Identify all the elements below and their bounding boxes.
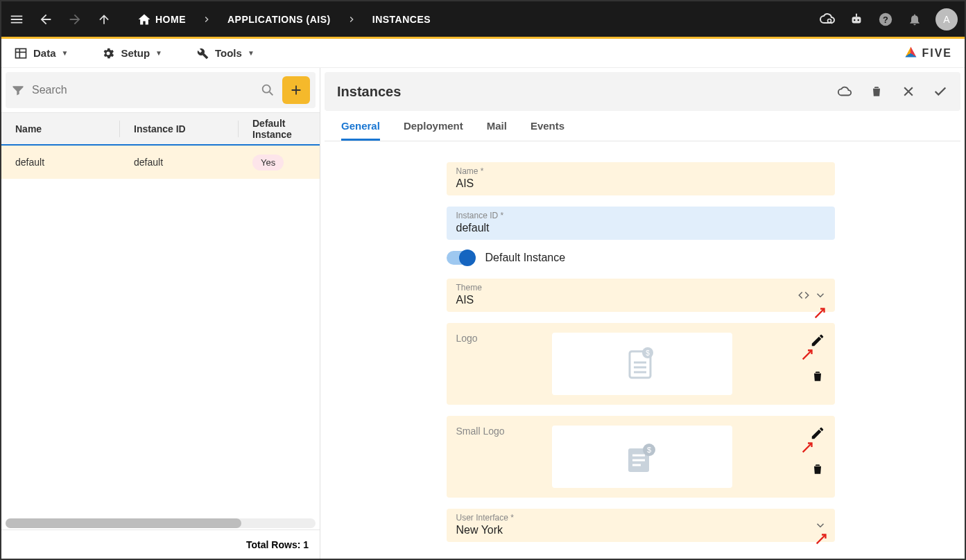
cell-name: default [15, 157, 119, 168]
chevron-right-icon [201, 14, 212, 25]
search-input[interactable] [32, 84, 253, 96]
avatar[interactable]: A [935, 8, 958, 30]
caret-down-icon: ▼ [155, 49, 162, 57]
field-id-value: default [456, 222, 825, 234]
horizontal-scrollbar[interactable] [6, 518, 316, 528]
yes-badge: Yes [252, 155, 284, 170]
search-row [6, 72, 316, 108]
annotation-arrow [813, 305, 828, 320]
up-icon[interactable] [96, 11, 112, 28]
toolbar-tools[interactable]: Tools ▼ [196, 46, 255, 60]
right-pane: Instances General Deployment Mail E [320, 68, 965, 559]
caret-down-icon: ▼ [62, 49, 69, 57]
toolbar-data[interactable]: Data ▼ [14, 46, 68, 60]
code-icon[interactable] [797, 289, 810, 301]
svg-rect-2 [852, 17, 861, 23]
field-theme-value: AIS [456, 294, 793, 306]
chevron-down-icon[interactable] [814, 289, 827, 301]
field-user-interface[interactable]: User Interface * New York [447, 509, 835, 542]
toggle-row-default-instance: Default Instance [447, 251, 835, 265]
trash-icon[interactable] [869, 84, 884, 99]
add-button[interactable] [282, 76, 310, 104]
trash-icon[interactable] [810, 462, 825, 477]
bell-icon[interactable] [906, 11, 923, 28]
col-divider [119, 121, 120, 137]
brand-label: FIVE [922, 47, 952, 60]
default-instance-toggle[interactable] [447, 251, 474, 265]
cell-default: Yes [252, 157, 306, 168]
back-icon[interactable] [37, 11, 54, 28]
panel-actions [837, 84, 948, 99]
toolbar-setup[interactable]: Setup ▼ [101, 46, 162, 60]
form-scroll[interactable]: Name * AIS Instance ID * default Default… [320, 141, 960, 559]
col-instance-id[interactable]: Instance ID [134, 123, 238, 134]
total-rows-label: Total Rows: 1 [246, 539, 309, 550]
main-split: Name Instance ID Default Instance defaul… [1, 68, 965, 559]
menu-icon[interactable] [8, 11, 25, 28]
field-small-logo: Small Logo $ [447, 416, 835, 498]
filter-icon[interactable] [11, 83, 25, 97]
toolbar-data-label: Data [33, 47, 56, 59]
check-icon[interactable] [933, 84, 948, 99]
field-name-value: AIS [456, 177, 825, 190]
toolbar-tools-label: Tools [215, 47, 242, 59]
field-ui-label: User Interface * [456, 513, 807, 523]
field-instance-id[interactable]: Instance ID * default [447, 207, 835, 240]
crumb-instances-label: INSTANCES [372, 14, 431, 25]
top-bar: HOME APPLICATIONS (AIS) INSTANCES ? [1, 1, 965, 39]
cell-id: default [134, 157, 238, 168]
col-name[interactable]: Name [15, 123, 119, 134]
svg-line-13 [270, 92, 273, 96]
svg-point-3 [854, 19, 856, 21]
crumb-home[interactable]: HOME [137, 12, 186, 26]
tab-events[interactable]: Events [531, 120, 564, 141]
small-logo-preview: $ [552, 426, 732, 488]
svg-point-12 [263, 85, 270, 93]
brand-logo-icon [904, 46, 917, 60]
cloud-icon[interactable] [837, 84, 852, 99]
toolbar: Data ▼ Setup ▼ Tools ▼ FIVE [1, 39, 965, 68]
field-name[interactable]: Name * AIS [447, 162, 835, 195]
robot-icon[interactable] [848, 11, 865, 28]
svg-point-6 [856, 13, 857, 15]
logo-preview: $ [552, 333, 732, 395]
chevron-right-icon [346, 14, 357, 25]
chevron-down-icon[interactable] [814, 519, 827, 532]
tab-mail[interactable]: Mail [487, 120, 507, 141]
close-icon[interactable] [901, 84, 916, 99]
tab-general[interactable]: General [341, 120, 380, 141]
toolbar-setup-label: Setup [121, 47, 150, 59]
crumb-instances[interactable]: INSTANCES [372, 14, 431, 25]
svg-point-0 [828, 19, 831, 22]
crumb-applications[interactable]: APPLICATIONS (AIS) [227, 14, 331, 25]
left-pane: Name Instance ID Default Instance defaul… [1, 68, 320, 559]
field-logo-label: Logo [456, 333, 540, 344]
field-theme[interactable]: Theme AIS [447, 279, 835, 312]
caret-down-icon: ▼ [248, 49, 255, 57]
field-name-label: Name * [456, 166, 825, 176]
field-small-logo-label: Small Logo [456, 426, 540, 437]
trash-icon[interactable] [810, 369, 825, 384]
svg-text:$: $ [646, 349, 650, 357]
edit-icon[interactable] [810, 333, 825, 348]
tab-deployment[interactable]: Deployment [404, 120, 463, 141]
field-id-label: Instance ID * [456, 211, 825, 220]
scrollbar-thumb[interactable] [6, 518, 241, 528]
edit-icon[interactable] [810, 426, 825, 441]
svg-text:?: ? [883, 14, 888, 24]
help-icon[interactable]: ? [877, 11, 894, 28]
field-logo: Logo $ [447, 323, 835, 405]
search-icon[interactable] [260, 82, 275, 98]
svg-rect-9 [16, 49, 26, 58]
table-row[interactable]: default default Yes [1, 146, 320, 179]
field-theme-label: Theme [456, 283, 793, 292]
cloud-find-icon[interactable] [819, 11, 836, 28]
crumb-applications-label: APPLICATIONS (AIS) [227, 14, 331, 25]
table-header: Name Instance ID Default Instance [1, 112, 320, 146]
panel-header: Instances [325, 72, 960, 111]
svg-point-4 [857, 19, 859, 21]
avatar-initial: A [943, 14, 949, 25]
col-default-instance[interactable]: Default Instance [252, 118, 306, 140]
total-rows: Total Rows: 1 [1, 530, 320, 559]
panel-title: Instances [337, 84, 401, 100]
